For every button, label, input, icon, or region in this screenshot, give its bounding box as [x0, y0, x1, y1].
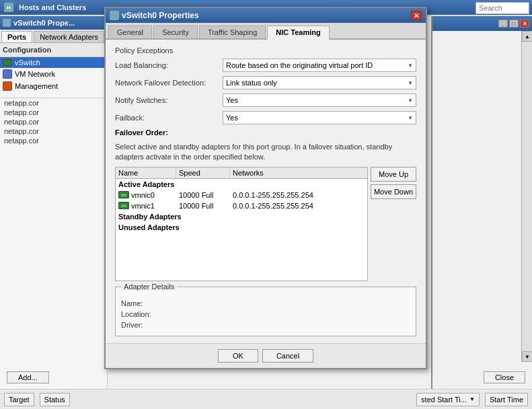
dropdown-arrow-fb: ▼ — [408, 115, 413, 121]
failover-detection-row: Network Failover Detection: Link status … — [115, 76, 416, 89]
start-time-segment: Start Time — [485, 393, 528, 406]
active-adapters-header: Active Adapters — [116, 179, 367, 190]
tab-traffic-shaping[interactable]: Traffic Shaping — [199, 26, 266, 38]
config-item-vswitch[interactable]: vSwitch — [0, 57, 107, 68]
close-window-button[interactable]: ✕ — [520, 20, 529, 28]
notify-switches-value: Yes — [226, 96, 238, 104]
left-panel: vSwitch0 Prope... Ports Network Adapters… — [0, 16, 108, 389]
start-time-label: Start Time — [490, 396, 523, 404]
failover-detection-value: Link status only — [226, 79, 277, 87]
adapter-table-wrapper: Name Speed Networks Active Adapters vmni… — [115, 167, 416, 281]
failback-dropdown[interactable]: Yes ▼ — [223, 111, 416, 124]
failback-label: Failback: — [115, 114, 223, 122]
dialog-title: vSwitch0 Properties — [122, 11, 199, 20]
failover-order-label: Failover Order: — [115, 128, 416, 137]
notify-switches-label: Notify Switches: — [115, 96, 223, 104]
maximize-button[interactable]: □ — [509, 20, 519, 28]
failover-order-section: Failover Order: Select active and standb… — [115, 128, 416, 163]
nic-icon-vmnic0 — [118, 191, 129, 198]
list-item: netapp.cor — [0, 126, 107, 136]
list-item: netapp.cor — [0, 98, 107, 108]
load-balancing-label: Load Balancing: — [115, 61, 223, 69]
notify-switches-row: Notify Switches: Yes ▼ — [115, 94, 416, 107]
add-button[interactable]: Add... — [7, 371, 49, 383]
nic-icon — [3, 59, 12, 66]
started-time-segment: sted Start Ti... ▼ — [416, 393, 480, 406]
adapter-name-vmnic0: vmnic0 — [116, 190, 176, 200]
failover-detection-label: Network Failover Detection: — [115, 79, 223, 87]
notify-switches-dropdown[interactable]: Yes ▼ — [223, 94, 416, 107]
load-balancing-value: Route based on the originating virtual p… — [226, 61, 373, 69]
tab-security[interactable]: Security — [153, 26, 198, 38]
adapter-row-vmnic0[interactable]: vmnic0 10000 Full 0.0.0.1-255.255.255.25… — [116, 190, 367, 200]
tab-nic-teaming[interactable]: NIC Teaming — [267, 26, 329, 40]
config-section-header: Configuration — [0, 43, 107, 57]
config-item-vm-network[interactable]: VM Network — [0, 68, 107, 80]
nic-icon-vmnic1 — [118, 202, 129, 209]
col-name: Name — [116, 168, 176, 178]
detail-name-label: Name: — [121, 299, 143, 307]
detail-location-label: Location: — [121, 310, 151, 318]
scroll-up-arrow[interactable]: ▲ — [522, 31, 532, 42]
detail-location-row: Location: — [121, 310, 410, 318]
adapter-details-title: Adapter Details — [121, 283, 177, 291]
failover-description: Select active and standby adapters for t… — [115, 142, 416, 163]
search-box[interactable]: Search — [476, 2, 529, 14]
status-label: Status — [44, 396, 65, 404]
config-item-mgmt-label: Management — [15, 82, 58, 90]
dropdown-icon[interactable]: ▼ — [469, 396, 475, 402]
failback-row: Failback: Yes ▼ — [115, 111, 416, 124]
right-overlay-panel: _ □ ✕ ▲ ▼ Close — [431, 16, 532, 389]
load-balancing-dropdown[interactable]: Route based on the originating virtual p… — [223, 59, 416, 72]
dropdown-arrow-lb: ▼ — [408, 63, 413, 69]
config-item-vswitch-label: vSwitch — [15, 59, 40, 67]
move-down-button[interactable]: Move Down — [371, 184, 416, 199]
col-networks: Networks — [230, 168, 367, 178]
minimize-button[interactable]: _ — [498, 20, 508, 28]
right-scrollbar[interactable]: ▲ ▼ — [521, 31, 532, 362]
app-icon: H — [4, 3, 13, 12]
load-balancing-row: Load Balancing: Route based on the origi… — [115, 59, 416, 72]
tab-network-adapters[interactable]: Network Adapters — [34, 31, 104, 42]
left-panel-title: vSwitch0 Prope... — [13, 19, 75, 27]
detail-name-row: Name: — [121, 299, 410, 307]
detail-driver-row: Driver: — [121, 321, 410, 329]
close-button[interactable]: Close — [484, 371, 525, 383]
dialog-footer: OK Cancel — [106, 343, 426, 368]
policy-exceptions-label: Policy Exceptions — [115, 46, 416, 54]
adapter-speed-vmnic0: 10000 Full — [176, 190, 230, 200]
cancel-button[interactable]: Cancel — [262, 349, 313, 363]
target-label: Target — [9, 396, 30, 404]
adapter-table: Name Speed Networks Active Adapters vmni… — [115, 167, 368, 281]
started-label: sted Start Ti... — [421, 396, 467, 404]
failover-detection-dropdown[interactable]: Link status only ▼ — [223, 76, 416, 89]
dialog-content: Policy Exceptions Load Balancing: Route … — [106, 40, 426, 343]
adapter-name-vmnic1: vmnic1 — [116, 201, 176, 211]
dialog-icon — [110, 11, 119, 20]
ok-button[interactable]: OK — [218, 349, 258, 363]
failback-value: Yes — [226, 114, 238, 122]
move-buttons: Move Up Move Down — [371, 167, 416, 281]
right-overlay-titlebar: _ □ ✕ — [432, 16, 532, 31]
left-panel-titlebar: vSwitch0 Prope... — [0, 16, 107, 30]
app-title: Hosts and Clusters — [19, 3, 86, 11]
list-item: netapp.cor — [0, 108, 107, 117]
left-list-items: netapp.cor netapp.cor netapp.cor netapp.… — [0, 98, 107, 145]
status-bar: Target Status sted Start Ti... ▼ Start T… — [0, 389, 532, 409]
vswitch-icon — [3, 19, 11, 27]
list-item: netapp.cor — [0, 136, 107, 145]
dropdown-arrow-ns: ▼ — [408, 98, 413, 104]
standby-adapters-header: Standby Adapters — [116, 211, 367, 222]
scroll-down-arrow[interactable]: ▼ — [522, 351, 532, 362]
config-item-management[interactable]: Management — [0, 80, 107, 92]
adapter-row-vmnic1[interactable]: vmnic1 10000 Full 0.0.0.1-255.255.255.25… — [116, 200, 367, 211]
move-up-button[interactable]: Move Up — [371, 167, 416, 182]
dialog-close-button[interactable]: ✕ — [411, 11, 422, 20]
col-speed: Speed — [176, 168, 230, 178]
tab-general[interactable]: General — [108, 26, 152, 38]
adapter-speed-vmnic1: 10000 Full — [176, 201, 230, 211]
adapter-networks-vmnic0: 0.0.0.1-255.255.255.254 — [230, 190, 367, 200]
config-item-vm-label: VM Network — [15, 70, 55, 78]
tab-ports[interactable]: Ports — [1, 31, 32, 42]
search-text: Search — [479, 4, 502, 12]
